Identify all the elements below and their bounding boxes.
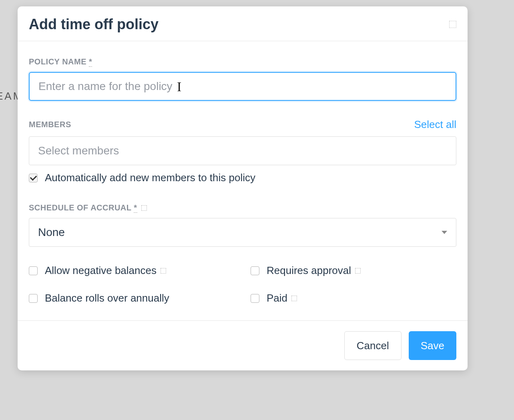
modal-title: Add time off policy <box>29 16 159 33</box>
info-icon[interactable] <box>355 268 361 274</box>
members-header: MEMBERS Select all <box>29 118 456 131</box>
allow-negative-checkbox[interactable] <box>29 266 38 275</box>
rolls-over-checkbox[interactable] <box>29 294 38 303</box>
paid-checkbox[interactable] <box>251 294 259 303</box>
policy-name-label: POLICY NAME * <box>29 57 456 66</box>
info-icon[interactable] <box>141 205 147 211</box>
auto-add-members-row: Automatically add new members to this po… <box>29 172 456 184</box>
modal-footer: Cancel Save <box>18 320 468 370</box>
requires-approval-checkbox[interactable] <box>251 266 259 275</box>
modal-body: POLICY NAME * I MEMBERS Select all Autom… <box>18 41 468 320</box>
rolls-over-row: Balance rolls over annually <box>29 292 235 304</box>
paid-label: Paid <box>267 292 297 304</box>
policy-name-input[interactable] <box>29 72 456 101</box>
policy-name-field-wrap: I <box>29 72 456 101</box>
requires-approval-label: Requires approval <box>267 264 361 277</box>
allow-negative-label: Allow negative balances <box>45 264 166 277</box>
save-button[interactable]: Save <box>409 331 456 360</box>
schedule-section: SCHEDULE OF ACCRUAL * None <box>29 203 456 247</box>
schedule-select[interactable]: None <box>29 218 456 247</box>
schedule-select-value: None <box>38 226 65 239</box>
options-grid: Allow negative balances Requires approva… <box>29 264 456 304</box>
modal-header: Add time off policy <box>18 6 468 41</box>
rolls-over-label: Balance rolls over annually <box>45 292 169 304</box>
members-label: MEMBERS <box>29 120 71 129</box>
cancel-button[interactable]: Cancel <box>344 331 402 360</box>
members-input[interactable] <box>29 136 456 165</box>
close-icon[interactable] <box>449 21 456 28</box>
auto-add-members-checkbox[interactable] <box>29 174 38 182</box>
info-icon[interactable] <box>161 268 166 274</box>
add-time-off-policy-modal: Add time off policy POLICY NAME * I MEMB… <box>18 6 468 370</box>
requires-approval-row: Requires approval <box>251 264 456 277</box>
schedule-label: SCHEDULE OF ACCRUAL * <box>29 203 137 212</box>
info-icon[interactable] <box>291 296 297 301</box>
chevron-down-icon <box>442 231 447 234</box>
allow-negative-row: Allow negative balances <box>29 264 235 277</box>
paid-row: Paid <box>251 292 456 304</box>
auto-add-members-label: Automatically add new members to this po… <box>45 172 255 184</box>
select-all-link[interactable]: Select all <box>414 118 457 131</box>
